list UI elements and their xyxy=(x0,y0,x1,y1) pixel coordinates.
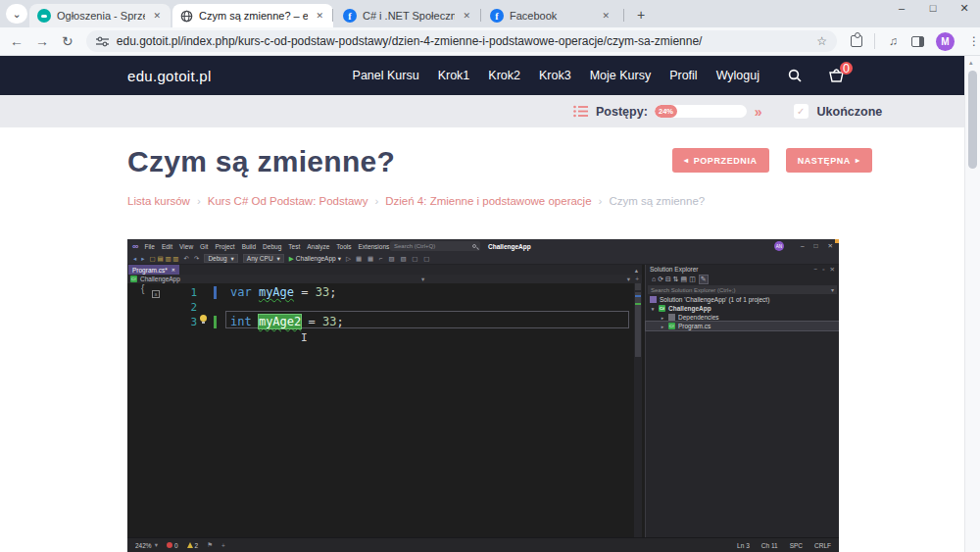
lesson-list-icon[interactable] xyxy=(573,105,588,118)
completed-label: Ukończone xyxy=(817,105,883,119)
nav-krok3[interactable]: Krok3 xyxy=(539,69,571,82)
forward-button[interactable]: → xyxy=(29,33,55,49)
vs-tab-close-icon: ✕ xyxy=(172,267,175,273)
breadcrumb-dzien4[interactable]: Dzień 4: Zmienne i podstawowe operacje xyxy=(385,195,591,207)
flag-icon: ⚑ xyxy=(207,541,213,549)
vs-config-value: Debug xyxy=(208,255,226,262)
breadcrumb-kurs[interactable]: Kurs C# Od Podstaw: Podstawy xyxy=(208,195,368,207)
window-minimize-button[interactable]: – xyxy=(894,2,909,15)
site-logo[interactable]: edu.gotoit.pl xyxy=(127,68,212,84)
tab-search-button[interactable]: ⌄ xyxy=(6,4,27,24)
tab-separator xyxy=(332,9,333,22)
visual-studio-screenshot: ∞ File Edit View Git Project Build Debug… xyxy=(127,239,839,552)
tab-close-icon[interactable]: ✕ xyxy=(151,11,163,21)
site-settings-icon[interactable] xyxy=(96,36,109,47)
vs-menu-extensions: Extensions xyxy=(359,243,390,250)
vs-breadcrumb-bar: C# ChallengeApp ▾ ▾ + xyxy=(127,275,642,283)
line-number: 3 xyxy=(181,316,197,328)
code-token-number: 33 xyxy=(322,315,336,328)
sync-with-active-document-icon: ✎ xyxy=(700,276,708,283)
browser-menu-icon[interactable]: ⋮ xyxy=(968,34,980,48)
caret-up-icon: ▴ xyxy=(635,267,638,275)
breadcrumb-lista-kursow[interactable]: Lista kursów xyxy=(127,195,190,207)
next-lesson-button[interactable]: NASTĘPNA ▸ xyxy=(786,148,872,173)
caret-down-icon: ▾ xyxy=(421,276,424,283)
vs-close-icon: ✕ xyxy=(828,242,833,250)
panel-close-icon: ✕ xyxy=(830,266,835,274)
nav-wyloguj[interactable]: Wyloguj xyxy=(716,69,760,82)
nav-krok2[interactable]: Krok2 xyxy=(488,69,520,82)
progress-label: Postępy: xyxy=(596,105,648,119)
code-token-identifier: myAge xyxy=(259,285,294,299)
previous-lesson-button[interactable]: ◂ POPRZEDNIA xyxy=(672,148,769,173)
text-cursor-ibeam: I xyxy=(301,331,308,344)
url-text: edu.gotoit.pl/index.php/kurs-c-od-podsta… xyxy=(117,34,817,48)
vs-file-icons: ▢ ▤ ▥ ▥ xyxy=(150,255,179,263)
code-token-rename-highlight: myAge2 xyxy=(259,315,301,328)
code-token-semicolon: ; xyxy=(336,315,343,328)
vs-search-box: Search (Ctrl+Q) xyxy=(390,241,480,251)
vs-breadcrumb-project: ChallengeApp xyxy=(140,276,180,282)
scroll-up-icon[interactable]: ▴ xyxy=(969,59,973,67)
code-token-keyword: var xyxy=(230,285,259,299)
nav-profil[interactable]: Profil xyxy=(669,69,697,82)
solution-explorer-toolbar: ⌂ ⟳ ⊟ ⇅ ▤ ◫ ✎ xyxy=(646,274,839,284)
nav-krok1[interactable]: Krok1 xyxy=(438,69,470,82)
status-line-ending: CRLF xyxy=(814,542,831,549)
bookmark-star-icon[interactable]: ☆ xyxy=(816,34,827,48)
nav-panel-kursu[interactable]: Panel Kursu xyxy=(353,69,419,82)
code-token-operator: = xyxy=(294,285,316,299)
extensions-icon[interactable] xyxy=(851,35,862,47)
scrollbar-thumb[interactable] xyxy=(968,71,977,169)
vs-account-avatar: AN xyxy=(774,241,784,251)
search-icon[interactable] xyxy=(788,69,802,82)
caret-down-icon: ▾ xyxy=(155,541,158,549)
page-title: Czym są zmienne? xyxy=(127,145,395,178)
tree-label: Solution 'ChallengeApp' (1 of 1 project) xyxy=(660,296,769,303)
new-tab-button[interactable]: + xyxy=(632,6,650,24)
browser-tab-facebook-group[interactable]: f C# i .NET Społeczność Początku ✕ xyxy=(335,4,480,27)
caret-down-icon: ▾ xyxy=(277,255,280,263)
tab-title: Czym są zmienne? – edu.gotoit. xyxy=(199,10,308,22)
code-token-operator: = xyxy=(301,315,322,328)
address-bar[interactable]: edu.gotoit.pl/index.php/kurs-c-od-podsta… xyxy=(86,30,837,52)
window-close-button[interactable]: ✕ xyxy=(956,2,972,15)
nav-moje-kursy[interactable]: Moje Kursy xyxy=(590,69,652,82)
tab-close-icon[interactable]: ✕ xyxy=(314,11,325,21)
media-controls-icon[interactable]: ♫ xyxy=(889,34,898,48)
browser-tab-facebook[interactable]: f Facebook ✕ xyxy=(482,4,619,27)
browser-tab-olx[interactable]: Ogłoszenia - Sprzedam, kupię ✕ xyxy=(29,4,171,27)
profile-avatar[interactable]: M xyxy=(936,32,955,51)
chevrons-right-icon[interactable]: » xyxy=(755,104,761,120)
completed-checkbox[interactable]: ✓ xyxy=(794,104,808,119)
solution-toolbar-icons: ⌂ ⟳ ⊟ ⇅ ▤ ◫ xyxy=(652,276,696,283)
side-panel-icon[interactable] xyxy=(911,36,924,47)
reload-button[interactable]: ↻ xyxy=(55,33,80,49)
vs-document-tab-program-cs: Program.cs* ✕ xyxy=(128,265,179,275)
olx-favicon xyxy=(37,9,51,23)
tab-close-icon[interactable]: ✕ xyxy=(461,11,472,21)
caret-down-icon: ▾ xyxy=(627,276,630,283)
caret-down-icon: ▾ xyxy=(338,255,341,263)
prev-arrow-icon: ◂ xyxy=(684,156,689,165)
vs-nav-back-icon: ◂ xyxy=(133,255,136,263)
error-count: 0 xyxy=(167,542,178,549)
site-header: edu.gotoit.pl Panel Kursu Krok1 Krok2 Kr… xyxy=(0,56,964,95)
vs-document-area: Program.cs* ✕ ▴ C# ChallengeApp ▾ ▾ + { … xyxy=(127,265,642,537)
web-page: edu.gotoit.pl Panel Kursu Krok1 Krok2 Kr… xyxy=(0,56,964,552)
vs-run-target: ChallengeApp xyxy=(296,255,336,262)
cart-icon[interactable]: 0 xyxy=(828,69,845,82)
window-maximize-button[interactable]: □ xyxy=(925,2,941,15)
csharp-project-icon: C# xyxy=(659,305,665,312)
page-scrollbar[interactable]: ▴ xyxy=(964,56,980,552)
errors-icon xyxy=(167,542,172,548)
vs-undo-icon: ↶ xyxy=(184,255,189,263)
tab-close-icon[interactable]: ✕ xyxy=(600,11,612,21)
vs-title-bar: ∞ File Edit View Git Project Build Debug… xyxy=(127,239,839,253)
back-button[interactable]: ← xyxy=(4,33,29,49)
visual-studio-logo-icon: ∞ xyxy=(132,241,138,251)
vs-minimize-icon: – xyxy=(801,242,805,250)
browser-tab-active-lesson[interactable]: Czym są zmienne? – edu.gotoit. ✕ xyxy=(172,4,333,27)
csharp-file-icon: C# xyxy=(668,323,675,329)
warning-count: 2 xyxy=(187,542,199,549)
